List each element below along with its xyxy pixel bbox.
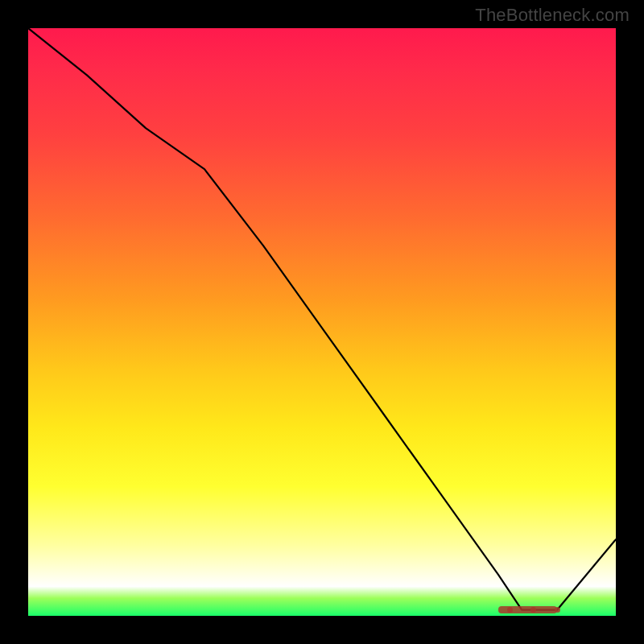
- chart-frame: TheBottleneck.com: [0, 0, 644, 644]
- optimal-dot: [555, 607, 560, 613]
- plot-area: [28, 28, 616, 616]
- bottleneck-line: [28, 28, 616, 616]
- watermark-text: TheBottleneck.com: [475, 5, 630, 26]
